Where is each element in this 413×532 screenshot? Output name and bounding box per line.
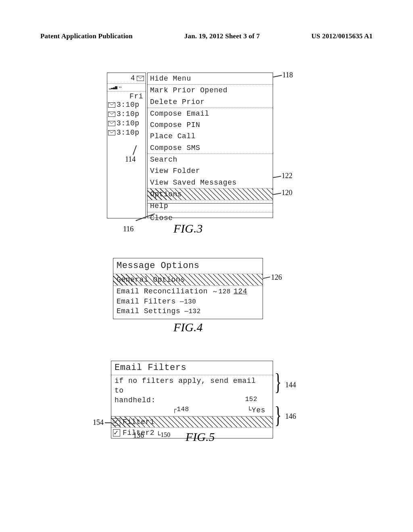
message-list-panel: 4 ▁▂▃▅ ▭ Fri 3:10p 3:10p 3:10p 3:10p bbox=[107, 73, 146, 218]
message-row[interactable]: 3:10p bbox=[107, 119, 146, 128]
menu-compose-pin[interactable]: Compose PIN bbox=[148, 119, 273, 131]
figure-5-caption: FIG.5 bbox=[186, 430, 215, 444]
email-filters-title: Email Filters bbox=[111, 361, 273, 375]
context-menu: Hide Menu Mark Prior Opened Delete Prior… bbox=[147, 73, 273, 204]
email-filters-body: if no filters apply, send email to handh… bbox=[111, 375, 273, 416]
menu-footer-box bbox=[147, 203, 273, 218]
filter1-checkbox[interactable] bbox=[113, 418, 120, 426]
day-label: Fri bbox=[107, 91, 146, 100]
email-filters-row[interactable]: Email Filters —130 bbox=[117, 297, 259, 307]
email-filters-panel: Email Filters if no filters apply, send … bbox=[111, 361, 273, 438]
envelope-icon bbox=[108, 112, 115, 117]
email-reconciliation-row[interactable]: Email Reconciliation ～128 124 bbox=[117, 287, 259, 297]
message-options-panel: Message Options General Options Email Re… bbox=[113, 258, 263, 319]
figure-4-caption: FIG.4 bbox=[173, 320, 202, 334]
callout-118: 118 bbox=[282, 71, 293, 79]
menu-options[interactable]: Options bbox=[148, 189, 273, 200]
menu-search[interactable]: Search bbox=[148, 154, 273, 165]
page-header: Patent Application Publication Jan. 19, … bbox=[40, 32, 373, 40]
msg-time: 3:10p bbox=[117, 100, 140, 110]
callout-114: 114 bbox=[125, 155, 136, 164]
callout-144: 144 bbox=[285, 381, 296, 389]
callout-136: 136 bbox=[133, 431, 144, 440]
callout-120: 120 bbox=[282, 189, 292, 197]
message-row[interactable]: 3:10p bbox=[107, 128, 146, 137]
callout-154: 154 bbox=[93, 418, 104, 427]
menu-hide[interactable]: Hide Menu bbox=[148, 73, 273, 84]
menu-place-call[interactable]: Place Call bbox=[148, 131, 273, 142]
filter1-label: Filter1 bbox=[123, 417, 154, 427]
menu-view-saved[interactable]: View Saved Messages bbox=[148, 177, 273, 188]
filters-line1: if no filters apply, send email to bbox=[115, 376, 269, 396]
callout-150: └150 bbox=[156, 431, 170, 438]
menu-compose-email[interactable]: Compose Email bbox=[148, 108, 273, 119]
callout-124: 124 bbox=[234, 287, 247, 296]
signal-icon: ▁▂▃▅ ▭ bbox=[109, 85, 121, 90]
options-body: Email Reconciliation ～128 124 Email Filt… bbox=[113, 286, 263, 319]
filter1-row[interactable]: Filter1 bbox=[111, 416, 273, 428]
email-settings-row[interactable]: Email Settings —132 bbox=[117, 306, 259, 316]
msg-time: 3:10p bbox=[117, 118, 140, 128]
menu-mark-prior[interactable]: Mark Prior Opened bbox=[148, 85, 273, 96]
figure-4: Message Options General Options Email Re… bbox=[113, 258, 274, 322]
header-right: US 2012/0015635 A1 bbox=[311, 32, 373, 40]
filter2-checkbox[interactable] bbox=[113, 429, 120, 436]
yes-value[interactable]: Yes bbox=[252, 406, 265, 414]
menu-compose-sms[interactable]: Compose SMS bbox=[148, 142, 273, 154]
callout-152: 152 bbox=[245, 395, 257, 405]
callout-116: 116 bbox=[123, 225, 133, 233]
callout-148: 148 bbox=[177, 406, 189, 413]
callout-122: 122 bbox=[282, 172, 292, 180]
envelope-icon bbox=[108, 102, 115, 108]
msg-time: 3:10p bbox=[117, 128, 140, 137]
unread-count: 4 bbox=[131, 73, 135, 83]
callout-126: 126 bbox=[271, 273, 282, 282]
header-center: Jan. 19, 2012 Sheet 3 of 7 bbox=[184, 32, 260, 40]
menu-delete-prior[interactable]: Delete Prior bbox=[148, 96, 273, 108]
callout-146: 146 bbox=[285, 412, 296, 421]
envelope-icon bbox=[108, 121, 115, 126]
header-left: Patent Application Publication bbox=[40, 32, 133, 40]
message-options-title: Message Options bbox=[113, 258, 263, 274]
envelope-icon bbox=[137, 76, 144, 81]
signal-row: ▁▂▃▅ ▭ bbox=[107, 84, 146, 91]
msg-time: 3:10p bbox=[117, 109, 140, 119]
general-options-row[interactable]: General Options bbox=[113, 274, 263, 286]
menu-view-folder[interactable]: View Folder bbox=[148, 165, 273, 177]
envelope-icon bbox=[108, 130, 115, 135]
figure-3: 4 ▁▂▃▅ ▭ Fri 3:10p 3:10p 3:10p 3:10p Hid… bbox=[107, 73, 292, 234]
brace-icon: } bbox=[275, 401, 282, 429]
figure-5: Email Filters if no filters apply, send … bbox=[111, 361, 284, 441]
brace-icon: } bbox=[275, 368, 282, 396]
figure-3-caption: FIG.3 bbox=[173, 222, 202, 235]
message-row[interactable]: 3:10p bbox=[107, 110, 146, 119]
filters-line2: handheld: bbox=[115, 395, 156, 405]
message-row[interactable]: 3:10p bbox=[107, 100, 146, 110]
status-bar: 4 bbox=[107, 73, 146, 84]
